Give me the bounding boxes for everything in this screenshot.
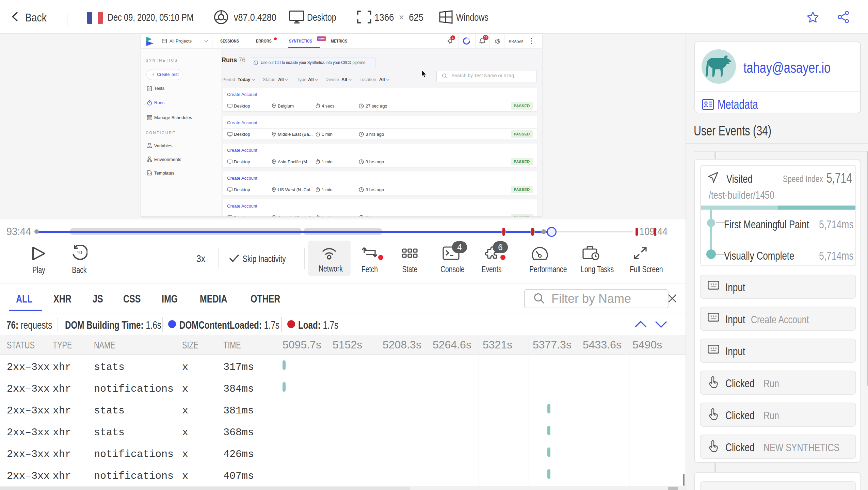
svg-text:10: 10 [77, 250, 82, 255]
